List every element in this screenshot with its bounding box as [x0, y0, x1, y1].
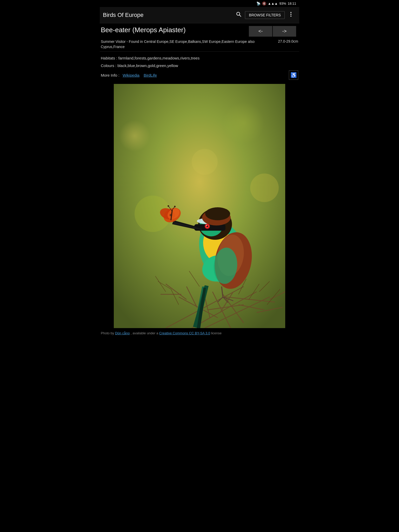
prev-bird-button[interactable]: <-: [249, 26, 272, 37]
bird-description: Summer Visitor - Found in Central Europe…: [101, 39, 276, 49]
colours-row: Colours : black,blue,brown,gold,green,ye…: [101, 63, 298, 68]
search-button[interactable]: [234, 9, 244, 21]
photo-available-text: , available under a: [131, 331, 159, 335]
svg-point-6: [119, 120, 150, 151]
svg-point-10: [250, 174, 279, 202]
bird-illustration: [114, 84, 285, 328]
details-section: Habitats : farmland,forests,gardens,mead…: [100, 52, 299, 84]
svg-point-8: [192, 149, 218, 175]
svg-point-3: [290, 14, 291, 15]
nav-arrows: <- ->: [249, 26, 296, 37]
svg-point-56: [206, 225, 207, 226]
birdlife-link[interactable]: BirdLife: [144, 73, 157, 77]
bluetooth-icon: 📡: [256, 2, 261, 5]
signal-icon: ▲▲▲: [268, 2, 278, 5]
browse-filters-button[interactable]: BROWSE FILTERS: [245, 11, 285, 19]
more-info-links: Wikipedia BirdLife: [123, 73, 157, 77]
svg-point-7: [223, 102, 264, 144]
search-icon: [236, 11, 242, 17]
status-icons: 📡 🔇 ▲▲▲ 93% 18:11: [256, 2, 296, 5]
svg-point-2: [290, 12, 291, 13]
nav-actions: BROWSE FILTERS: [234, 9, 296, 21]
svg-line-1: [240, 15, 241, 17]
svg-point-52: [205, 207, 230, 220]
next-bird-button[interactable]: ->: [273, 26, 296, 37]
status-bar: 📡 🔇 ▲▲▲ 93% 18:11: [100, 0, 299, 7]
app-title: Birds Of Europe: [103, 12, 144, 18]
time-display: 18:11: [288, 2, 296, 5]
wikipedia-link[interactable]: Wikipedia: [123, 73, 139, 77]
bird-size: 27.0-29.0cm: [276, 39, 298, 43]
license-suffix: license: [211, 331, 222, 335]
photo-author-link[interactable]: Dûn cằno: [115, 331, 130, 335]
top-nav: Birds Of Europe BROWSE FILTERS: [100, 7, 299, 23]
svg-point-67: [174, 206, 176, 207]
habitats-row: Habitats : farmland,forests,gardens,mead…: [101, 55, 298, 61]
battery-status: 93%: [279, 2, 286, 5]
svg-point-4: [290, 16, 291, 17]
more-info-left: More Info : Wikipedia BirdLife: [101, 73, 157, 77]
photo-credit-text: Photo by: [101, 331, 115, 335]
more-info-row: More Info : Wikipedia BirdLife ♿: [101, 70, 298, 80]
bird-image: [114, 84, 285, 328]
license-link[interactable]: Creative Commons CC BY-SA 3.0: [159, 331, 210, 335]
svg-point-0: [237, 12, 240, 15]
bird-title: Bee-eater (Merops Apiaster): [101, 26, 249, 34]
mute-icon: 🔇: [262, 2, 266, 5]
photo-credit: Photo by Dûn cằno , available under a Cr…: [100, 328, 299, 341]
bird-header: Bee-eater (Merops Apiaster) <- ->: [100, 23, 299, 38]
svg-point-66: [168, 205, 169, 207]
menu-button[interactable]: [286, 9, 296, 21]
more-info-label: More Info :: [101, 73, 119, 77]
description-row: Summer Visitor - Found in Central Europe…: [100, 38, 299, 52]
more-vert-icon: [288, 11, 294, 17]
accessibility-icon[interactable]: ♿: [289, 70, 298, 80]
bird-image-container: [100, 84, 299, 328]
